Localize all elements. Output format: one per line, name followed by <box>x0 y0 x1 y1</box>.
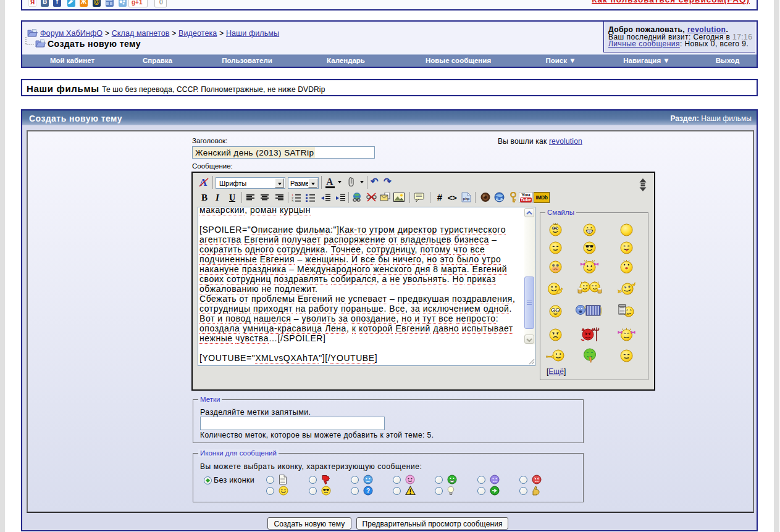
svg-text:?: ? <box>366 488 370 494</box>
svg-text:3: 3 <box>291 199 293 202</box>
svg-text:php: php <box>463 197 470 201</box>
